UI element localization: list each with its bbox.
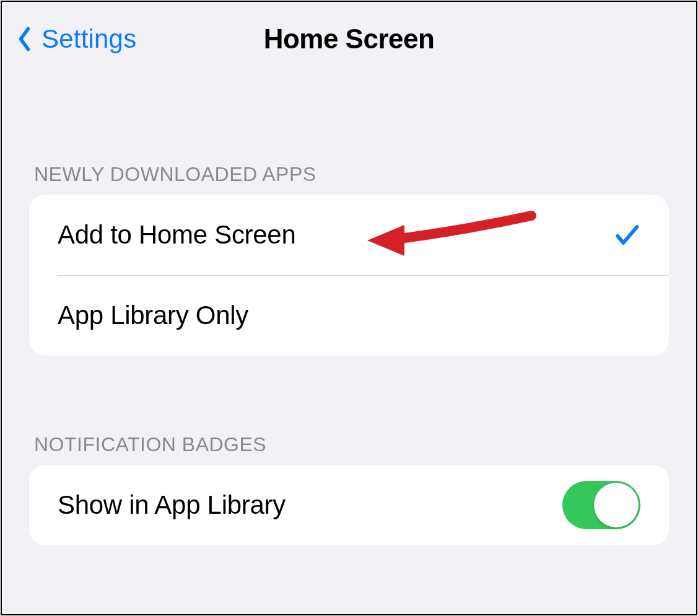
row-label: Show in App Library (58, 490, 562, 520)
option-app-library-only[interactable]: App Library Only (29, 275, 669, 356)
group-notification-badges: Show in App Library (29, 465, 669, 545)
option-add-to-home-screen[interactable]: Add to Home Screen (29, 195, 669, 275)
section-header-downloaded: Newly Downloaded Apps (2, 163, 696, 195)
option-label: Add to Home Screen (58, 220, 613, 250)
group-downloaded-apps: Add to Home Screen App Library Only (29, 195, 669, 356)
row-show-in-app-library[interactable]: Show in App Library (29, 465, 669, 545)
back-button[interactable]: Settings (14, 24, 136, 54)
back-button-label: Settings (41, 24, 136, 54)
section-header-badges: Notification Badges (2, 433, 696, 465)
toggle-show-in-app-library[interactable] (562, 481, 640, 529)
checkmark-icon (613, 221, 640, 249)
page-title: Home Screen (264, 24, 435, 55)
chevron-left-icon (14, 24, 35, 54)
option-label: App Library Only (58, 301, 640, 330)
toggle-knob (594, 483, 639, 527)
